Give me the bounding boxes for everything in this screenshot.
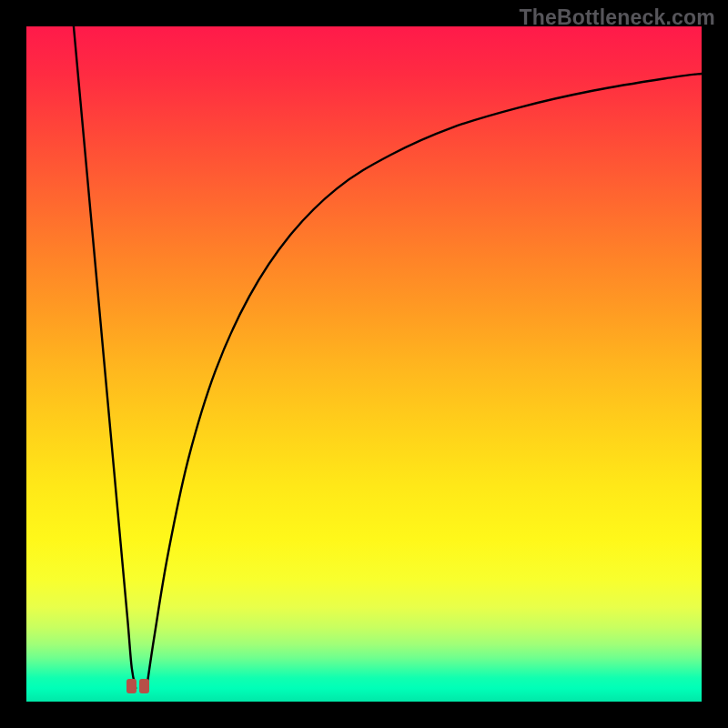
curve-left-branch (74, 26, 136, 688)
watermark-text: TheBottleneck.com (519, 5, 715, 30)
min-marker-right (139, 679, 149, 693)
curve-layer (26, 26, 702, 702)
curve-right-branch (147, 74, 702, 688)
min-marker-left (126, 679, 136, 693)
plot-area (26, 26, 702, 702)
chart-container: TheBottleneck.com (0, 0, 728, 728)
